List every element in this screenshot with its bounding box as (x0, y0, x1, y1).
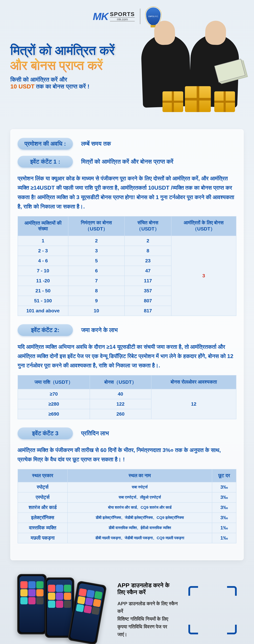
app-tile-icon (84, 605, 92, 614)
table-cell: 817 (124, 306, 171, 316)
table-row: एस्पोर्ट्ससबा एस्पोर्ट्स、लीहुओ एस्पोर्ट्… (18, 492, 236, 502)
table-cell: 8 (68, 286, 125, 296)
table-cell: सबा एस्पोर्ट्स、लीहुओ एस्पोर्ट्स (68, 492, 212, 502)
event3-title: प्रतिदिन लाभ (81, 430, 109, 437)
app-tile-icon (28, 597, 36, 604)
app-tile-icon (85, 597, 93, 606)
app-tile-icon (36, 597, 44, 604)
table-cell: 3 (68, 246, 125, 256)
table-row: 1223 (18, 236, 236, 246)
mk-sports-logo: MK SPORTS mk.com (93, 10, 135, 22)
qr-corner-icon (188, 586, 198, 596)
table-cell: ≥70 (18, 389, 90, 399)
table-cell: 51 - 100 (18, 296, 68, 306)
table-cell: 4 - 6 (18, 256, 68, 266)
phone-mockup-icon (17, 574, 47, 634)
app-tile-icon (94, 591, 102, 599)
table-cell: 7 (68, 276, 125, 286)
table-header-row: स्थल प्रकार स्थल का नाम छूट दर (18, 469, 236, 482)
table-cell: वास्तविक व्यक्ति (18, 523, 68, 533)
table-row: स्पोर्ट्ससबा स्पोर्ट्स3‰ (18, 482, 236, 492)
gift-box-icon (163, 91, 183, 112)
table-cell: 1 (18, 236, 68, 246)
table-cell: बोया शतरंज और कार्ड、CQ9 शतरंज और कार्ड (68, 502, 212, 513)
table-cell: 2 (124, 236, 171, 246)
table-header-row: आमंत्रित व्यक्तियों की संख्या निमंत्रण क… (18, 216, 236, 236)
table-cell: 9 (68, 296, 125, 306)
app-tile-icon (36, 581, 44, 588)
app-tile-icon (91, 606, 100, 615)
app-tile-icon (64, 600, 71, 608)
table-cell: 122 (90, 399, 151, 409)
download-title: APP डाउनलोड करने के लिए स्कैन करें (117, 582, 178, 596)
table-cell: 1‰ (212, 533, 236, 543)
table-header-row: जमा राशि（USDT） बोनस（USDT） बोनस रोलओवर आव… (18, 375, 236, 389)
table-cell: मछली पकड़ना (18, 533, 68, 543)
table-cell: एस्पोर्ट्स (18, 492, 68, 502)
event3-th-1: स्थल का नाम (68, 469, 212, 482)
event2-th-2: बोनस रोलओवर आवश्यकता (151, 375, 236, 389)
table-cell: 7 - 10 (18, 266, 68, 276)
table-cell: 47 (124, 266, 171, 276)
table-cell: 117 (124, 276, 171, 286)
table-cell: 357 (124, 286, 171, 296)
table-cell: 260 (90, 409, 151, 419)
table-cell: 2 - 3 (18, 246, 68, 256)
table-cell: 3‰ (212, 502, 236, 513)
event1-paragraph: प्रमोशन लिंक या क्यूआर कोड के माध्यम से … (18, 174, 236, 211)
hero-sub-line2-suffix: तक का बोनस प्राप्त करें ! (35, 83, 89, 90)
table-cell: शतरंज और कार्ड (18, 502, 68, 513)
event3-paragraph: आमंत्रित व्यक्ति के पंजीकरण की तारीख से … (18, 446, 236, 464)
table-row: शतरंज और कार्डबोया शतरंज और कार्ड、CQ9 शत… (18, 502, 236, 513)
event2-title: जमा करने के लाभ (81, 327, 118, 334)
event3-th-0: स्थल प्रकार (18, 469, 68, 482)
event1-header-row: इवेंट कंटेंट 1 : मित्रों को आमंत्रित करे… (18, 156, 236, 168)
event2-pill: इवेंट कंटेंट 2: (18, 324, 73, 336)
table-cell: 8 (124, 246, 171, 256)
app-tile-icon (36, 589, 44, 596)
app-tile-icon (56, 593, 63, 600)
app-tile-icon (64, 585, 71, 592)
table-cell: 1‰ (212, 523, 236, 533)
app-tile-icon (28, 581, 36, 588)
table-cell: डीबी मछली पकड़ना、जेडीबी मछली पकड़ना、CQ9 … (68, 533, 212, 543)
app-tile-icon (20, 581, 28, 588)
table-cell: 101 and above (18, 306, 68, 316)
logo-sports-text: SPORTS (110, 12, 135, 17)
table-row: वास्तविक व्यक्तिडीबी वास्तविक व्यक्ति、ईव… (18, 523, 236, 533)
table-cell-merged: 12 (151, 389, 236, 419)
hero-section: मित्रों को आमंत्रित करें और बोनस प्राप्त… (0, 29, 254, 126)
table-row: ≥704012 (18, 389, 236, 399)
table-cell: 3‰ (212, 492, 236, 502)
app-tile-icon (76, 604, 84, 612)
qr-corner-icon (227, 586, 237, 596)
event1-th-2: संचित बोनस（USDT） (124, 216, 171, 236)
event3-pill: इवेंट कंटेंट 3 (18, 428, 73, 439)
event1-th-1: निमंत्रण का बोनस（USDT） (68, 216, 125, 236)
app-tile-icon (56, 600, 63, 608)
app-download-section: APP डाउनलोड करने के लिए स्कैन करें APP ड… (0, 564, 254, 644)
event3-th-2: छूट दर (212, 469, 236, 482)
promotion-period-pill: प्रमोशन की अवधि : (18, 138, 73, 150)
table-cell: इलेक्ट्रॉनिक्स (18, 513, 68, 523)
app-tile-icon (79, 588, 87, 596)
event2-th-0: जमा राशि（USDT） (18, 375, 90, 389)
header-divider (140, 8, 140, 24)
app-tile-icon (93, 599, 101, 607)
event3-header-row: इवेंट कंटेंट 3 प्रतिदिन लाभ (18, 428, 236, 439)
table-cell: सबा स्पोर्ट्स (68, 482, 212, 492)
table-cell: स्पोर्ट्स (18, 482, 68, 492)
promotion-period-row: प्रमोशन की अवधि : लम्बें समय तक (18, 138, 236, 150)
app-tile-icon (48, 593, 55, 600)
event2-paragraph: यदि आमंत्रित व्यक्ति अभियान अवधि के दौरा… (18, 342, 236, 370)
table-cell: 3‰ (212, 513, 236, 523)
qr-corner-icon (188, 625, 198, 634)
table-row: इलेक्ट्रॉनिक्सडीबी इलेक्ट्रॉनिक्स、जेडीबी… (18, 513, 236, 523)
table-row: मछली पकड़नाडीबी मछली पकड़ना、जेडीबी मछली … (18, 533, 236, 543)
table-cell: डीबी इलेक्ट्रॉनिक्स、जेडीबी इलेक्ट्रॉनिक्… (68, 513, 212, 523)
qr-corner-icon (227, 625, 237, 634)
table-cell: 10 (68, 306, 125, 316)
table-cell: 21 - 50 (18, 286, 68, 296)
app-tile-icon (77, 596, 86, 604)
content-panel: प्रमोशन की अवधि : लम्बें समय तक इवेंट कं… (10, 129, 244, 560)
